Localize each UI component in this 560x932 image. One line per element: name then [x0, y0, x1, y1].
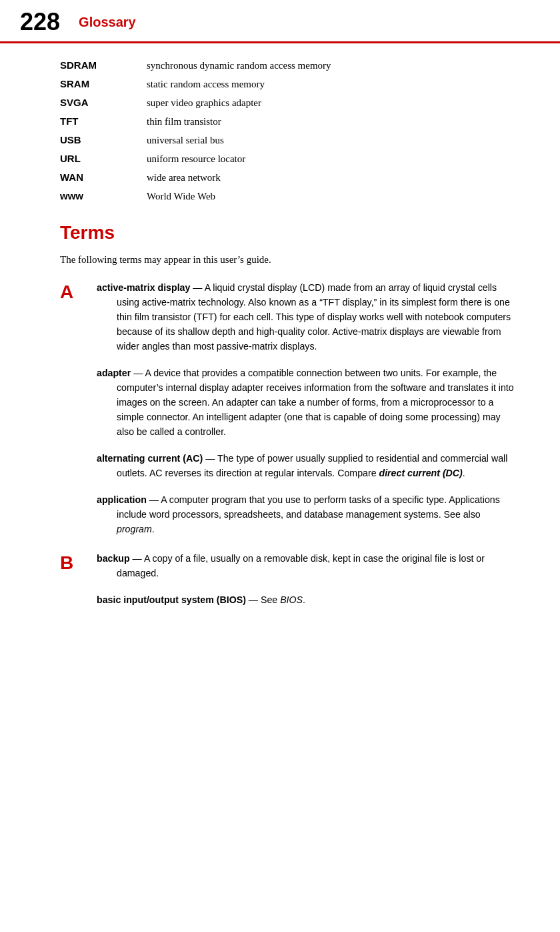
term-application: application — A computer program that yo…	[97, 492, 520, 536]
term-backup: backup — A copy of a file, usually on a …	[97, 551, 520, 580]
abbr-term: URL	[60, 153, 147, 164]
abbr-row: wwwWorld Wide Web	[60, 190, 520, 202]
term-application-def: — A computer program that you use to per…	[117, 494, 500, 520]
abbr-row: SRAMstatic random access memory	[60, 78, 520, 90]
term-ac-end: .	[463, 468, 465, 478]
abbr-row: SDRAMsynchronous dynamic random access m…	[60, 59, 520, 71]
abbr-row: SVGAsuper video graphics adapter	[60, 97, 520, 109]
term-application-seealso: program	[117, 524, 152, 534]
term-backup-def: — A copy of a file, usually on a removab…	[117, 553, 485, 578]
term-application-name: application	[97, 494, 147, 505]
letter-a-col: A	[60, 280, 97, 548]
page-header: 228 Glossary	[0, 0, 560, 43]
abbr-term: WAN	[60, 171, 147, 183]
term-adapter-def: — A device that provides a compatible co…	[117, 368, 514, 437]
term-application-end: .	[152, 524, 155, 534]
terms-section: Terms The following terms may appear in …	[60, 222, 520, 619]
abbr-row: USBuniversal serial bus	[60, 134, 520, 146]
letter-a-marker: A	[60, 282, 73, 302]
term-alternating-current: alternating current (AC) — The type of p…	[97, 451, 520, 480]
letter-a-section: A active-matrix display — A liquid cryst…	[60, 280, 520, 548]
chapter-title: Glossary	[79, 15, 136, 30]
abbr-def: super video graphics adapter	[147, 97, 261, 109]
abbr-def: wide area network	[147, 172, 221, 183]
term-bios-seealso: BIOS	[280, 594, 303, 605]
page-number: 228	[20, 8, 60, 36]
term-backup-name: backup	[97, 553, 130, 564]
main-content: SDRAMsynchronous dynamic random access m…	[0, 43, 560, 642]
abbr-def: universal serial bus	[147, 135, 224, 146]
abbr-term: TFT	[60, 115, 147, 127]
abbr-row: WANwide area network	[60, 171, 520, 183]
a-terms: active-matrix display — A liquid crystal…	[97, 280, 520, 548]
letter-b-marker: B	[60, 552, 73, 573]
b-terms: backup — A copy of a file, usually on a …	[97, 551, 520, 619]
abbr-def: static random access memory	[147, 79, 265, 90]
terms-intro: The following terms may appear in this u…	[60, 254, 520, 266]
abbr-def: World Wide Web	[147, 191, 215, 202]
term-adapter: adapter — A device that provides a compa…	[97, 366, 520, 439]
abbr-def: thin film transistor	[147, 116, 221, 127]
term-active-matrix-display-name: active-matrix display	[97, 282, 190, 293]
letter-b-section: B backup — A copy of a file, usually on …	[60, 551, 520, 619]
abbr-def: uniform resource locator	[147, 153, 245, 165]
term-ac-name: alternating current (AC)	[97, 453, 203, 464]
term-bios: basic input/output system (BIOS) — See B…	[97, 592, 520, 607]
terms-heading: Terms	[60, 222, 520, 244]
term-bios-name: basic input/output system (BIOS)	[97, 594, 246, 605]
term-ac-compare: direct current (DC)	[379, 468, 462, 478]
abbr-row: TFTthin film transistor	[60, 115, 520, 127]
abbr-term: SRAM	[60, 78, 147, 89]
letter-b-col: B	[60, 551, 97, 619]
abbr-row: URLuniform resource locator	[60, 153, 520, 165]
abbr-term: www	[60, 190, 147, 201]
abbr-def: synchronous dynamic random access memory	[147, 60, 331, 71]
term-adapter-name: adapter	[97, 368, 131, 378]
abbr-term: SVGA	[60, 97, 147, 108]
abbreviations-table: SDRAMsynchronous dynamic random access m…	[60, 59, 520, 202]
term-active-matrix-display: active-matrix display — A liquid crystal…	[97, 280, 520, 354]
abbr-term: SDRAM	[60, 59, 147, 71]
term-bios-def: — See	[246, 594, 280, 605]
term-bios-end: .	[303, 594, 305, 605]
abbr-term: USB	[60, 134, 147, 145]
